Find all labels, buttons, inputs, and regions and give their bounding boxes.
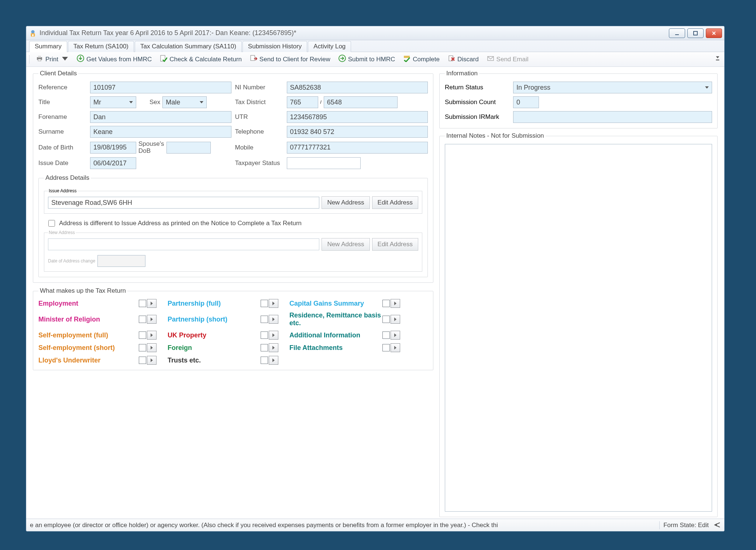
makeup-item-go-button[interactable] <box>147 315 157 324</box>
makeup-item-go-button[interactable] <box>147 299 157 308</box>
pin-icon[interactable] <box>712 522 721 529</box>
window-title: Individual Tax Return Tax year 6 April 2… <box>39 29 669 37</box>
title-select[interactable]: Mr <box>90 96 136 108</box>
get-values-button[interactable]: Get Values from HMRC <box>75 53 153 65</box>
makeup-item-checkbox[interactable] <box>261 344 268 351</box>
makeup-item-checkbox[interactable] <box>139 344 146 351</box>
surname-input[interactable] <box>90 126 231 138</box>
svg-rect-9 <box>251 55 255 61</box>
forename-input[interactable] <box>90 111 231 123</box>
taxdistrict-b-input[interactable] <box>324 96 398 108</box>
issuedate-input[interactable] <box>90 157 136 169</box>
makeup-item-go-button[interactable] <box>269 299 278 308</box>
maximize-button[interactable] <box>687 28 704 38</box>
statusbar-message: e an employee (or director or office hol… <box>30 522 656 529</box>
client-details-legend: Client Details <box>38 70 78 77</box>
reference-input[interactable] <box>90 82 231 93</box>
makeup-item-go-button[interactable] <box>147 343 157 352</box>
tabbar: Summary Tax Return (SA100) Tax Calculati… <box>26 40 724 52</box>
makeup-item-go-button[interactable] <box>147 331 157 340</box>
makeup-item: Capital Gains Summary <box>289 299 400 308</box>
mobile-input[interactable] <box>287 142 428 154</box>
tab-summary[interactable]: Summary <box>29 41 67 52</box>
printer-icon <box>36 55 43 64</box>
discard-icon <box>448 55 455 64</box>
makeup-item-checkbox[interactable] <box>261 331 268 339</box>
sex-select[interactable]: Male <box>162 96 207 108</box>
makeup-item-checkbox[interactable] <box>382 316 390 323</box>
makeup-item-go-button[interactable] <box>391 315 400 324</box>
notes-textarea[interactable] <box>445 144 712 512</box>
makeup-item-go-button[interactable] <box>147 356 157 365</box>
dob-input[interactable] <box>90 142 136 154</box>
return-status-select[interactable]: In Progress <box>513 82 712 93</box>
svg-point-0 <box>31 30 34 33</box>
submit-hmrc-button[interactable]: Submit to HMRC <box>337 53 397 65</box>
notes-legend: Internal Notes - Not for Submission <box>445 132 546 140</box>
makeup-item-checkbox[interactable] <box>139 316 146 323</box>
client-details-group: Client Details Reference NI Number Title… <box>33 70 433 283</box>
new-address-button[interactable]: New Address <box>322 196 370 209</box>
tab-sa110[interactable]: Tax Calculation Summary (SA110) <box>135 41 242 52</box>
tab-activity-log[interactable]: Activity Log <box>308 41 351 52</box>
makeup-item-checkbox[interactable] <box>139 331 146 339</box>
new-address-select <box>48 238 319 250</box>
submission-irmark-input[interactable] <box>513 111 712 123</box>
close-button[interactable] <box>706 28 722 38</box>
makeup-item-checkbox[interactable] <box>382 300 390 307</box>
makeup-item-label: Employment <box>38 300 78 307</box>
issue-address-select[interactable]: Stevenage Road,SW6 6HH <box>48 197 319 209</box>
makeup-item-checkbox[interactable] <box>139 357 146 364</box>
address-details-group: Address Details Issue Address Stevenage … <box>38 174 428 277</box>
tab-sa100[interactable]: Tax Return (SA100) <box>68 41 134 52</box>
taxpayer-status-select[interactable] <box>287 157 361 169</box>
issuedate-label: Issue Date <box>38 159 86 167</box>
makeup-item: Partnership (full) <box>168 299 278 308</box>
edit-address-button[interactable]: Edit Address <box>372 196 418 209</box>
information-group: Information Return Status In Progress Su… <box>439 70 718 128</box>
makeup-item-checkbox[interactable] <box>261 357 268 364</box>
makeup-item-label: File Attachments <box>289 344 343 352</box>
download-icon <box>77 55 84 64</box>
makeup-item-checkbox[interactable] <box>261 316 268 323</box>
utr-input[interactable] <box>287 111 428 123</box>
different-address-label: Address is different to Issue Address as… <box>59 220 302 227</box>
makeup-item: Lloyd's Underwriter <box>38 356 157 365</box>
toolbar-overflow-icon[interactable] <box>714 55 721 64</box>
address-details-legend: Address Details <box>44 174 91 182</box>
makeup-item-checkbox[interactable] <box>382 331 390 339</box>
spouse-dob-input[interactable] <box>166 142 211 154</box>
minimize-button[interactable] <box>669 28 685 38</box>
tab-submission-history[interactable]: Submission History <box>243 41 307 52</box>
makeup-item-go-button[interactable] <box>391 331 400 340</box>
spouse-dob-label: Spouse's DoB <box>138 141 164 154</box>
discard-button[interactable]: Discard <box>446 53 480 65</box>
complete-button[interactable]: Complete <box>402 53 441 65</box>
taxdistrict-a-input[interactable] <box>287 96 318 108</box>
makeup-item-go-button[interactable] <box>269 356 278 365</box>
makeup-item-checkbox[interactable] <box>139 300 146 307</box>
makeup-item-checkbox[interactable] <box>261 300 268 307</box>
ni-input[interactable] <box>287 82 428 93</box>
makeup-item-go-button[interactable] <box>391 343 400 352</box>
makeup-item-label: Self-employment (full) <box>38 331 108 339</box>
different-address-checkbox[interactable] <box>48 220 55 227</box>
makeup-item-checkbox[interactable] <box>382 344 390 351</box>
check-icon <box>160 55 167 64</box>
telephone-input[interactable] <box>287 126 428 138</box>
different-address-checkbox-row: Address is different to Issue Address as… <box>47 219 422 228</box>
send-review-button[interactable]: Send to Client for Review <box>248 53 332 65</box>
makeup-item: Self-employment (short) <box>38 343 157 352</box>
makeup-item-go-button[interactable] <box>269 331 278 340</box>
check-calculate-button[interactable]: Check & Calculate Return <box>158 53 243 65</box>
makeup-item-go-button[interactable] <box>269 315 278 324</box>
makeup-item-label: Partnership (short) <box>168 316 227 323</box>
makeup-item: File Attachments <box>289 343 400 352</box>
print-button[interactable]: Print <box>34 53 70 65</box>
submission-count-input[interactable] <box>513 96 539 108</box>
send-email-button[interactable]: Send Email <box>485 53 530 65</box>
titlebar[interactable]: Individual Tax Return Tax year 6 April 2… <box>26 26 724 40</box>
new-address-legend: New Address <box>48 230 76 235</box>
makeup-item-go-button[interactable] <box>391 299 400 308</box>
makeup-item-go-button[interactable] <box>269 343 278 352</box>
